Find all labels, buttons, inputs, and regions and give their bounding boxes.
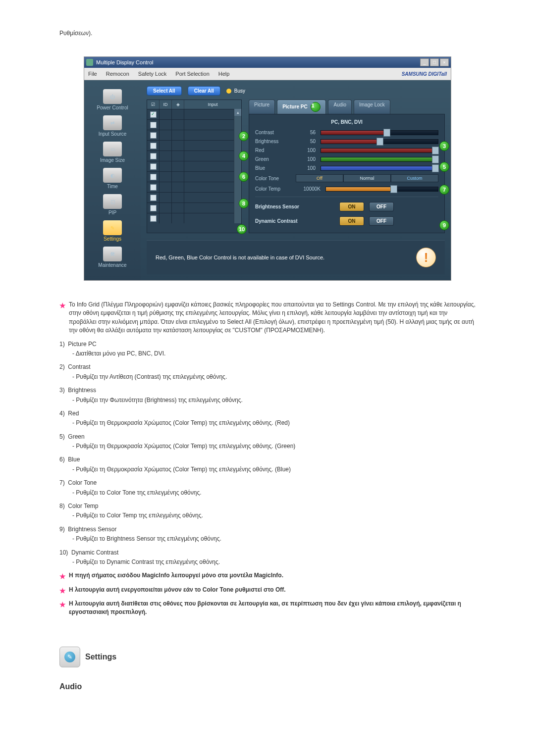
grid-row[interactable] (147, 130, 234, 140)
grid-row[interactable] (147, 119, 234, 130)
row-checkbox[interactable] (150, 205, 157, 211)
sidebar-item-image-size[interactable]: ▭ Image Size (100, 142, 125, 163)
item-sub: - Ρυθμίζει το Dynamic Contrast της επιλε… (59, 558, 476, 566)
color-temp-slider[interactable] (325, 187, 438, 192)
clear-all-button[interactable]: Clear All (188, 86, 220, 96)
row-checkbox[interactable] (150, 163, 157, 170)
item-sub: - Ρυθμίζει τη Θερμοκρασία Χρώματος (Colo… (59, 419, 476, 427)
grid-row[interactable] (147, 182, 234, 192)
power-icon: ⏻ (103, 89, 122, 104)
app-icon (86, 59, 93, 66)
green-value: 100 (296, 156, 316, 162)
brightness-sensor-on[interactable]: ON (339, 202, 364, 211)
grid-row[interactable] (147, 109, 234, 119)
row-checkbox[interactable] (150, 215, 157, 222)
marker-3: 3 (439, 141, 449, 151)
marker-8: 8 (239, 199, 249, 208)
tab-picture-pc[interactable]: Picture PC 1 (277, 100, 326, 114)
item-sub: - Ρυθμίζει την Φωτεινότητα (Brightness) … (59, 396, 476, 404)
item-title: 3) Brightness (59, 386, 476, 395)
blue-slider[interactable] (321, 166, 438, 171)
item-title: 4) Red (59, 409, 476, 418)
tab-audio[interactable]: Audio (328, 100, 352, 114)
grid-row[interactable] (147, 171, 234, 182)
tab-image-lock[interactable]: Image Lock (354, 100, 390, 114)
row-checkbox[interactable] (150, 184, 157, 191)
dynamic-contrast-on[interactable]: ON (339, 216, 364, 226)
row-checkbox[interactable] (150, 111, 157, 118)
image-size-icon: ▭ (103, 142, 122, 156)
tone-custom[interactable]: Custom (391, 174, 438, 182)
row-checkbox[interactable] (150, 195, 157, 201)
bold-note-text: Η πηγή σήματος εισόδου MagicInfo λειτουρ… (69, 571, 476, 581)
scroll-up-button[interactable]: ▴ (234, 109, 241, 116)
row-checkbox[interactable] (150, 132, 157, 139)
item-title: 7) Color Tone (59, 479, 476, 487)
col-input-header: Input (184, 100, 241, 109)
row-checkbox[interactable] (150, 143, 157, 149)
sidebar-item-input-source[interactable]: ⇄ Input Source (99, 115, 127, 137)
bold-note: ★Η πηγή σήματος εισόδου MagicInfo λειτου… (59, 571, 476, 581)
menu-remocon[interactable]: Remocon (106, 71, 129, 77)
brightness-label: Brightness (255, 139, 291, 144)
menu-help[interactable]: Help (218, 71, 230, 77)
sidebar-item-power-control[interactable]: ⏻ Power Control (97, 89, 128, 110)
brightness-sensor-off[interactable]: OFF (369, 202, 394, 211)
sidebar-item-time[interactable]: ◐ Time (103, 168, 122, 189)
pip-icon: ◱ (103, 194, 122, 209)
menu-safety-lock[interactable]: Safety Lock (138, 71, 166, 77)
grid-row[interactable] (147, 140, 234, 151)
sidebar-label: Settings (104, 236, 121, 242)
brand-label: SAMSUNG DIGITall (402, 71, 447, 77)
item-sub: - Ρυθμίζει τη Θερμοκρασία Χρώματος (Colo… (59, 465, 476, 474)
note-bar: Red, Green, Blue Color Control is not av… (147, 240, 445, 274)
dynamic-contrast-off[interactable]: OFF (369, 216, 394, 226)
red-slider[interactable] (321, 148, 438, 153)
sidebar-item-maintenance[interactable]: 🛠 Maintenance (98, 247, 126, 268)
minimize-button[interactable]: _ (420, 58, 429, 66)
item-sub: - Διατίθεται μόνο για PC, BNC, DVI. (59, 350, 476, 358)
red-label: Red (255, 148, 291, 153)
grid-row[interactable] (147, 151, 234, 161)
item-sub: - Ρυθμίζει τη Θερμοκρασία Χρώματος (Colo… (59, 442, 476, 451)
sidebar-item-pip[interactable]: ◱ PIP (103, 194, 122, 215)
grid-row[interactable] (147, 202, 234, 213)
green-slider[interactable] (321, 157, 438, 162)
brightness-slider[interactable] (321, 139, 438, 144)
marker-10: 10 (237, 224, 247, 234)
close-button[interactable]: × (440, 58, 449, 66)
star-icon: ★ (59, 571, 66, 581)
contrast-slider[interactable] (321, 130, 438, 135)
bold-note: ★Η λειτουργία αυτή διατίθεται στις οθόνε… (59, 600, 476, 617)
tone-normal[interactable]: Normal (343, 174, 391, 182)
app-window: Multiple Display Control _ □ × File Remo… (84, 56, 451, 281)
star-icon: ★ (59, 600, 66, 617)
sidebar-label: Power Control (97, 105, 128, 110)
green-row: Green 100 (255, 156, 438, 162)
grid-row[interactable] (147, 192, 234, 202)
marker-5: 5 (439, 162, 449, 172)
sidebar-label: Input Source (99, 131, 127, 137)
sidebar-item-settings[interactable]: ✎ Settings (103, 220, 122, 242)
menu-file[interactable]: File (88, 71, 97, 77)
bold-note-text: Η λειτουργία αυτή διατίθεται στις οθόνες… (69, 600, 476, 617)
row-checkbox[interactable] (150, 174, 157, 180)
bold-note: ★Η λειτουργία αυτή ενεργοποιείται μόνον … (59, 586, 476, 596)
grid-row[interactable] (147, 213, 234, 223)
note-text: Red, Green, Blue Color Control is not av… (156, 254, 324, 260)
input-source-icon: ⇄ (103, 115, 122, 130)
select-all-button[interactable]: Select All (147, 86, 182, 96)
row-checkbox[interactable] (150, 153, 157, 159)
contrast-label: Contrast (255, 130, 291, 135)
item-title: 8) Color Temp (59, 502, 476, 510)
mode-header: PC, BNC, DVI (255, 119, 438, 125)
brightness-sensor-label: Brightness Sensor (255, 204, 334, 209)
tab-picture[interactable]: Picture (249, 100, 275, 114)
tone-off[interactable]: Off (296, 174, 343, 182)
menu-port-selection[interactable]: Port Selection (175, 71, 209, 77)
brightness-sensor-row: Brightness Sensor ON OFF (255, 197, 438, 211)
grid-row[interactable] (147, 161, 234, 171)
maximize-button[interactable]: □ (430, 58, 439, 66)
row-checkbox[interactable] (150, 122, 157, 128)
item-title: 5) Green (59, 433, 476, 441)
